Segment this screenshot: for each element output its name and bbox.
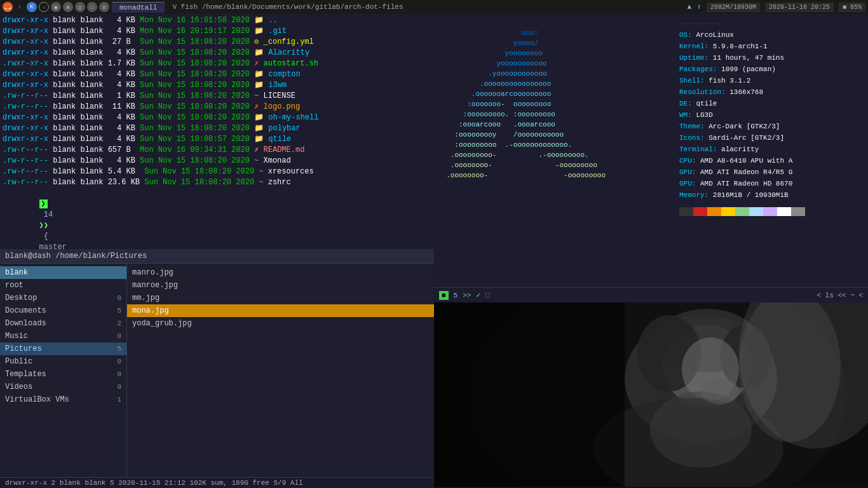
term-line: drwxr-xr-x blank blank 4 KB Sun Nov 15 1… — [3, 123, 431, 134]
sidebar-item-public[interactable]: Public 0 — [0, 355, 126, 368]
window-path: V fish /home/blank/Documents/work/gitlab… — [167, 3, 684, 11]
firefox-icon[interactable]: 🦊 — [3, 2, 13, 12]
sidebar-label-music: Music — [5, 332, 28, 341]
file-name-yoda: yoda_grub.jpg — [132, 319, 192, 328]
sidebar-count-downloads: 2 — [117, 320, 121, 327]
term-line: drwxr-xr-x blank blank 4 KB Mon Nov 16 1… — [3, 15, 431, 26]
term-line: .rwxr-xr-x blank blank 1.7 KB Sun Nov 15… — [3, 58, 431, 69]
image-panel — [434, 302, 868, 488]
file-item-yoda[interactable]: yoda_grub.jpg — [127, 317, 434, 330]
term-line: drwxr-xr-x blank blank 4 KB Sun Nov 15 1… — [3, 80, 431, 91]
file-item-mm[interactable]: mm.jpg — [127, 292, 434, 304]
term-line: .rw-r--r-- blank blank 23.6 KB Sun Nov 1… — [3, 177, 431, 188]
sidebar-item-virtualbox[interactable]: VirtualBox VMs 1 — [0, 393, 126, 406]
wifi-icon: ▲ — [688, 3, 692, 11]
term-line: drwxr-xr-x blank blank 4 KB Sun Nov 15 1… — [3, 112, 431, 123]
fm-body: blank root Desktop 0 Documents 5 — [0, 264, 434, 477]
color-box-orange — [707, 207, 721, 216]
file-name-mm: mm.jpg — [132, 294, 159, 302]
neofetch-art: ooo: yoooo/ yoooooooo yooooooooooo .yooo… — [437, 17, 678, 285]
marilyn-image — [434, 302, 868, 488]
sidebar-item-pictures[interactable]: Pictures 5 — [0, 342, 126, 355]
sidebar-count-documents: 5 — [117, 307, 121, 315]
color-box-gray — [791, 207, 805, 216]
k-icon[interactable]: K — [27, 2, 37, 12]
sidebar-count-pictures: 5 — [117, 345, 121, 353]
sidebar-label-templates: Templates — [5, 370, 46, 379]
nf-gpu2: GPU: AMD ATI Radeon HD 8670 — [679, 178, 864, 189]
main-content: drwxr-xr-x blank blank 4 KB Mon Nov 16 1… — [0, 14, 868, 488]
file-item-manroe[interactable]: manroe.jpg — [127, 279, 434, 292]
circle-icon[interactable]: ○ — [39, 2, 49, 12]
neofetch-bottom-bar: ■ 5 >> ✓ □ < ls << ~ < — [434, 287, 868, 302]
term-line: drwxr-xr-x blank blank 4 KB Sun Nov 15 1… — [3, 48, 431, 58]
term-line: drwxr-xr-x blank blank 4 KB Sun Nov 15 1… — [3, 69, 431, 80]
small-icon4[interactable]: □ — [87, 2, 97, 12]
fm-title: blank@dash /home/blank/Pictures — [5, 252, 147, 261]
file-name-mona: mona.jpg — [132, 306, 169, 315]
topbar-right: ▲ ⬆ 2682M/10930M 2020-11-16 20:25 ■ 85% — [688, 2, 865, 12]
date-display: 2020-11-16 20:25 — [765, 3, 834, 12]
file-item-manro[interactable]: manro.jpg — [127, 266, 434, 279]
sidebar-count-videos: 0 — [117, 383, 121, 391]
sidebar-label-blank: blank — [5, 268, 28, 277]
nf-wm: WM: LG3D — [679, 109, 864, 121]
term-line: drwxr-xr-x blank blank 4 KB Mon Nov 16 2… — [3, 26, 431, 37]
sidebar-label-desktop: Desktop — [5, 294, 37, 302]
sidebar-count-music: 0 — [117, 332, 121, 340]
nf-gpu1: GPU: AMD ATI Radeon R4/R5 G — [679, 166, 864, 178]
small-icon2[interactable]: ⊞ — [63, 2, 73, 12]
terminal-prompt: ❯ 14 ❯❯ { master ❯❯ ✓ ❯ < ~/D/w/g/arch-d… — [3, 188, 431, 249]
small-icon5[interactable]: ⊡ — [99, 2, 109, 12]
terminal-top[interactable]: drwxr-xr-x blank blank 4 KB Mon Nov 16 1… — [0, 14, 434, 249]
color-box-yellow — [721, 207, 735, 216]
mem-display: 2682M/10930M — [707, 3, 760, 12]
sidebar-item-desktop[interactable]: Desktop 0 — [0, 292, 126, 304]
left-panel: drwxr-xr-x blank blank 4 KB Mon Nov 16 1… — [0, 14, 434, 488]
color-box-white — [777, 207, 791, 216]
sidebar-item-templates[interactable]: Templates 0 — [0, 368, 126, 381]
nf-color-palette — [679, 203, 864, 216]
file-item-mona[interactable]: mona.jpg — [127, 304, 434, 317]
nf-icons: Icons: Sardi-Arc [GTK2/3] — [679, 132, 864, 144]
small-icon3[interactable]: ◫ — [75, 2, 85, 12]
fm-sidebar: blank root Desktop 0 Documents 5 — [0, 264, 127, 477]
marilyn-svg — [434, 302, 868, 487]
term-line: .rw-r--r-- blank blank 11 KB Sun Nov 15 … — [3, 102, 431, 112]
nf-de: DE: qtile — [679, 98, 864, 109]
right-panel: ooo: yoooo/ yoooooooo yooooooooooo .yooo… — [434, 14, 868, 488]
term-line: .rw-r--r-- blank blank 1 KB Sun Nov 15 1… — [3, 91, 431, 102]
neofetch-terminal[interactable]: ooo: yoooo/ yoooooooo yooooooooooo .yooo… — [434, 14, 868, 287]
sidebar-label-pictures: Pictures — [5, 344, 42, 353]
term-line: drwxr-xr-x blank blank 4 KB Sun Nov 15 1… — [3, 134, 431, 145]
nf-prompt-arrows: >> — [463, 292, 471, 299]
sidebar-item-music[interactable]: Music 0 — [0, 330, 126, 342]
file-manager: blank@dash /home/blank/Pictures blank ro… — [0, 249, 434, 488]
neofetch-info: ---------- OS: ArcoLinux Kernel: 5.9.8-a… — [678, 17, 865, 285]
color-box-dark — [679, 207, 693, 216]
sidebar-item-root[interactable]: root — [0, 279, 126, 292]
nf-theme: Theme: Arc-Dark [GTK2/3] — [679, 121, 864, 132]
sidebar-item-videos[interactable]: Videos 0 — [0, 381, 126, 393]
window-title: monadtall — [112, 2, 165, 13]
term-line: .rw-r--r-- blank blank 657 B Mon Nov 16 … — [3, 145, 431, 156]
color-box-green — [735, 207, 749, 216]
nf-prompt-num: 5 — [454, 292, 458, 299]
fm-titlebar: blank@dash /home/blank/Pictures — [0, 249, 434, 264]
sidebar-count-desktop: 0 — [117, 294, 121, 302]
color-box-red — [693, 207, 707, 216]
sidebar-item-blank[interactable]: blank — [0, 266, 126, 279]
nf-prompt-bracket: □ — [485, 292, 490, 299]
sidebar-item-downloads[interactable]: Downloads 2 — [0, 317, 126, 330]
color-box-blue — [749, 207, 763, 216]
fm-content: manro.jpg manroe.jpg mm.jpg mona.jpg yod… — [127, 264, 434, 477]
arch-icon[interactable]: ⬆ — [15, 2, 25, 12]
sidebar-item-documents[interactable]: Documents 5 — [0, 304, 126, 317]
small-icon1[interactable]: ▣ — [51, 2, 61, 12]
file-name-manroe: manroe.jpg — [132, 281, 178, 290]
nf-uptime: Uptime: 11 hours, 47 mins — [679, 52, 864, 64]
term-line: .rw-r--r-- blank blank 5.4 KB Sun Nov 15… — [3, 166, 431, 177]
nf-prompt-ls: < ls << ~ < — [817, 292, 863, 299]
sidebar-count-templates: 0 — [117, 370, 121, 378]
nf-shell: Shell: fish 3.1.2 — [679, 75, 864, 86]
